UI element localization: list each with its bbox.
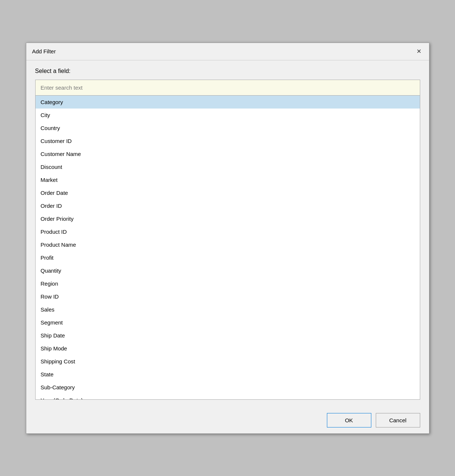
field-item-category[interactable]: Category [36, 96, 420, 109]
field-item-sub-category[interactable]: Sub-Category [36, 381, 420, 394]
dialog-body: Select a field: CategoryCityCountryCusto… [26, 60, 429, 407]
field-item-region[interactable]: Region [36, 277, 420, 290]
add-filter-dialog: Add Filter ✕ Select a field: CategoryCit… [26, 43, 429, 434]
cancel-button[interactable]: Cancel [376, 413, 420, 427]
field-item-order-date[interactable]: Order Date [36, 186, 420, 199]
field-item-order-priority[interactable]: Order Priority [36, 212, 420, 225]
field-item-quantity[interactable]: Quantity [36, 264, 420, 277]
field-item-customer-name[interactable]: Customer Name [36, 147, 420, 160]
field-item-ship-date[interactable]: Ship Date [36, 329, 420, 342]
field-item-ship-mode[interactable]: Ship Mode [36, 342, 420, 355]
close-button[interactable]: ✕ [415, 47, 423, 56]
field-item-row-id[interactable]: Row ID [36, 290, 420, 303]
field-item-customer-id[interactable]: Customer ID [36, 134, 420, 147]
field-item-discount[interactable]: Discount [36, 160, 420, 173]
field-item-order-id[interactable]: Order ID [36, 199, 420, 212]
field-item-market[interactable]: Market [36, 173, 420, 186]
field-list: CategoryCityCountryCustomer IDCustomer N… [36, 96, 420, 399]
title-bar: Add Filter ✕ [26, 43, 429, 60]
select-label: Select a field: [35, 68, 420, 74]
list-container: CategoryCityCountryCustomer IDCustomer N… [35, 80, 420, 400]
field-item-country[interactable]: Country [36, 122, 420, 134]
dialog-title: Add Filter [32, 48, 56, 54]
field-item-city[interactable]: City [36, 109, 420, 122]
dialog-footer: OK Cancel [26, 407, 429, 433]
search-input[interactable] [36, 80, 420, 96]
field-item-segment[interactable]: Segment [36, 316, 420, 329]
field-item-year-orderdate[interactable]: Year (OrderDate) [36, 394, 420, 399]
field-item-profit[interactable]: Profit [36, 251, 420, 264]
field-item-product-id[interactable]: Product ID [36, 225, 420, 238]
field-item-shipping-cost[interactable]: Shipping Cost [36, 355, 420, 368]
field-item-sales[interactable]: Sales [36, 303, 420, 316]
ok-button[interactable]: OK [327, 413, 371, 427]
field-item-state[interactable]: State [36, 368, 420, 381]
field-item-product-name[interactable]: Product Name [36, 238, 420, 251]
